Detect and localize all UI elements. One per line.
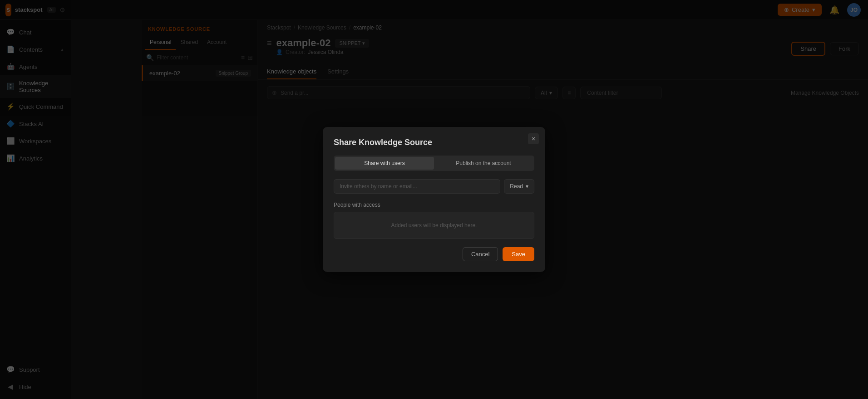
access-box: Added users will be displayed here. bbox=[334, 212, 534, 239]
invite-row: Read ▾ bbox=[334, 179, 534, 194]
modal-actions: Cancel Save bbox=[334, 247, 534, 261]
modal-tab-publish-account[interactable]: Publish on the account bbox=[434, 157, 533, 170]
share-modal: Share Knowledge Source × Share with user… bbox=[323, 127, 545, 272]
cancel-button[interactable]: Cancel bbox=[463, 247, 498, 261]
read-dropdown[interactable]: Read ▾ bbox=[504, 179, 534, 194]
empty-access-text: Added users will be displayed here. bbox=[391, 222, 477, 229]
modal-close-button[interactable]: × bbox=[528, 133, 539, 144]
read-chevron-icon: ▾ bbox=[526, 183, 528, 190]
invite-input[interactable] bbox=[334, 179, 500, 194]
modal-title: Share Knowledge Source bbox=[334, 138, 534, 147]
people-access-label: People with access bbox=[334, 202, 534, 208]
save-button[interactable]: Save bbox=[503, 247, 534, 261]
modal-tabs: Share with users Publish on the account bbox=[334, 156, 534, 171]
modal-overlay[interactable]: Share Knowledge Source × Share with user… bbox=[0, 0, 868, 399]
read-label: Read bbox=[510, 183, 523, 190]
modal-tab-share-users[interactable]: Share with users bbox=[335, 157, 434, 170]
